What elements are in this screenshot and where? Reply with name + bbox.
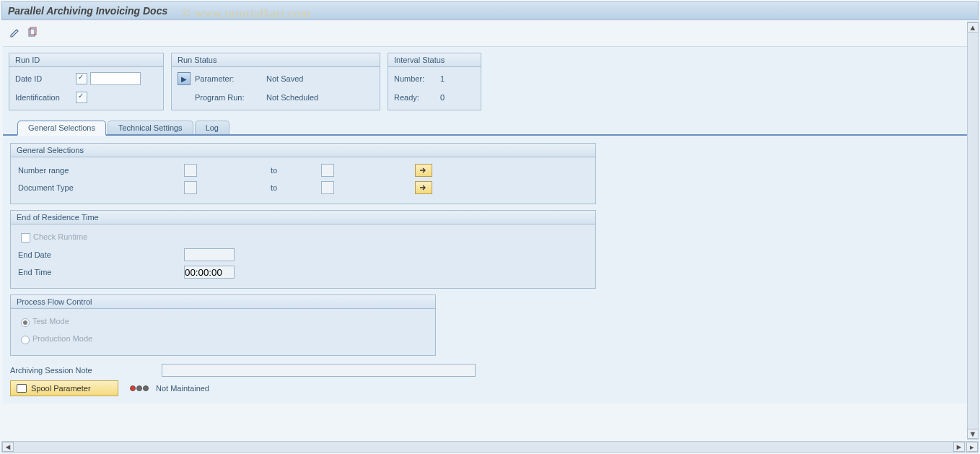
document-type-multiselect-button[interactable] <box>415 181 432 194</box>
number-range-to-input[interactable] <box>321 164 334 177</box>
toolbar: © www.tutorialkart.com <box>1 22 979 43</box>
number-range-from-input[interactable] <box>184 164 197 177</box>
interval-number-value: 1 <box>440 74 445 83</box>
traffic-light-icon <box>130 385 149 391</box>
copy-icon[interactable] <box>26 26 39 39</box>
run-status-header: Run Status <box>172 53 380 67</box>
number-range-multiselect-button[interactable] <box>415 164 432 177</box>
scroll-down-button[interactable]: ▼ <box>967 429 979 439</box>
end-date-input[interactable] <box>184 248 235 261</box>
parameter-label: Parameter: <box>195 74 263 83</box>
spool-parameter-button[interactable]: Spool Parameter <box>10 380 118 396</box>
edit-icon[interactable] <box>9 26 22 39</box>
interval-ready-value: 0 <box>440 93 445 102</box>
end-of-residence-group: End of Residence Time Check Runtime End … <box>10 210 596 289</box>
number-range-to-label: to <box>271 166 321 175</box>
window-title-bar: Parallel Archiving Invoicing Docs <box>1 1 979 20</box>
date-id-label: Date ID <box>15 74 73 83</box>
document-type-label: Document Type <box>18 183 184 192</box>
document-type-to-label: to <box>271 183 321 192</box>
tab-general-selections[interactable]: General Selections <box>17 121 106 136</box>
document-type-from-input[interactable] <box>184 181 197 194</box>
archiving-session-note-label: Archiving Session Note <box>10 366 162 375</box>
run-id-panel: Run ID Date ID Identification <box>9 53 164 110</box>
end-time-label: End Time <box>18 268 184 276</box>
check-runtime-label: Check Runtime <box>33 232 87 241</box>
parameter-value: Not Saved <box>266 74 303 83</box>
run-status-panel: Run Status ▶ Parameter: Not Saved Progra… <box>171 53 380 110</box>
general-selections-title: General Selections <box>11 144 595 157</box>
process-flow-title: Process Flow Control <box>11 295 435 309</box>
identification-selector-icon[interactable] <box>76 92 87 103</box>
execute-icon[interactable]: ▶ <box>178 72 191 85</box>
tab-content: General Selections Number range to Docum… <box>3 136 977 403</box>
tab-log[interactable]: Log <box>195 121 229 134</box>
end-time-input[interactable] <box>184 266 235 279</box>
production-mode-radio[interactable] <box>21 336 30 344</box>
program-run-label: Program Run: <box>195 93 263 102</box>
process-flow-group: Process Flow Control Test Mode Productio… <box>10 294 436 356</box>
interval-number-label: Number: <box>394 74 437 83</box>
test-mode-radio[interactable] <box>21 318 30 327</box>
vertical-scrollbar[interactable]: ▲ ▼ <box>967 22 979 440</box>
spool-parameter-label: Spool Parameter <box>31 384 91 393</box>
interval-ready-label: Ready: <box>394 93 437 102</box>
program-run-value: Not Scheduled <box>266 93 318 102</box>
scroll-right-button[interactable]: ► <box>953 442 965 452</box>
general-selections-group: General Selections Number range to Docum… <box>10 143 596 204</box>
production-mode-label: Production Mode <box>32 334 92 343</box>
main-content-area: Run ID Date ID Identification Run Status… <box>3 46 977 403</box>
document-type-to-input[interactable] <box>321 181 334 194</box>
date-id-input[interactable] <box>90 72 141 85</box>
end-date-label: End Date <box>18 250 184 259</box>
top-panels-row: Run ID Date ID Identification Run Status… <box>3 47 977 116</box>
interval-status-panel: Interval Status Number: 1 Ready: 0 <box>388 53 481 110</box>
identification-label: Identification <box>15 93 73 102</box>
printer-icon <box>17 384 27 393</box>
end-of-residence-title: End of Residence Time <box>11 211 595 224</box>
run-id-header: Run ID <box>9 53 163 67</box>
tab-strip: General Selections Technical Settings Lo… <box>3 119 977 136</box>
page-title: Parallel Archiving Invoicing Docs <box>8 5 167 17</box>
scroll-right-end-button[interactable]: ▸ <box>966 442 978 452</box>
test-mode-label: Test Mode <box>32 317 69 326</box>
horizontal-scrollbar[interactable]: ◄ ► ▸ <box>1 441 979 453</box>
archiving-session-note-input[interactable] <box>162 364 476 377</box>
scroll-left-button[interactable]: ◄ <box>2 442 14 452</box>
tab-technical-settings[interactable]: Technical Settings <box>108 121 193 134</box>
scroll-up-button[interactable]: ▲ <box>967 22 979 32</box>
not-maintained-label: Not Maintained <box>156 384 209 393</box>
number-range-label: Number range <box>18 166 184 175</box>
date-id-selector-icon[interactable] <box>76 73 87 84</box>
interval-status-header: Interval Status <box>388 53 481 67</box>
check-runtime-checkbox[interactable] <box>21 233 30 243</box>
